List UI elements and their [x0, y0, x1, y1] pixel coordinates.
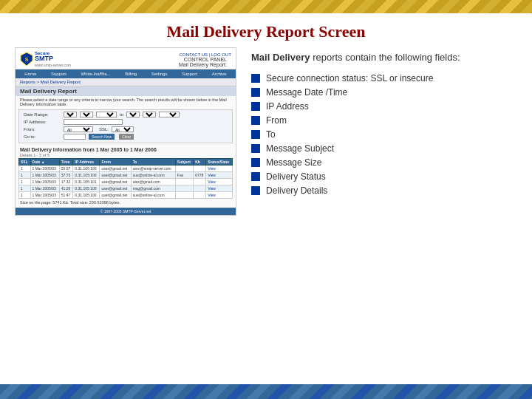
form-row-from-ssl: From: All SSL: All — [24, 126, 228, 132]
cell-time: 37:73 — [59, 172, 72, 179]
col-status: Status/State — [206, 159, 233, 166]
ss-table-subtitle: Details 1 - 5 of 5 — [16, 153, 236, 158]
ip-input[interactable] — [64, 119, 123, 125]
field-to: To — [266, 129, 276, 140]
form-row-date: Date Range: to — [24, 112, 228, 117]
cell-date: 1 Mar 2005/03 — [30, 172, 59, 179]
list-item-delivery-status: Delivery Status — [251, 171, 517, 182]
from-select[interactable]: All — [64, 126, 93, 132]
ss-report-label: Mail Delivery Report: — [179, 62, 231, 67]
cell-ip: 0.31.105:101 — [73, 179, 100, 185]
list-item-subject: Message Subject — [251, 143, 517, 154]
cell-from: user@gmail.net — [100, 192, 131, 199]
from-label: From: — [24, 127, 61, 132]
list-item-ssl: Secure connection status: SSL or insecur… — [251, 73, 517, 83]
col-from: From — [100, 159, 131, 166]
nav-home[interactable]: Home — [22, 71, 38, 77]
bullet-icon — [251, 130, 260, 139]
bullet-icon — [251, 88, 260, 97]
feature-list: Secure connection status: SSL or insecur… — [251, 73, 517, 196]
form-row-goto-buttons: Go to: Search Now Clear — [24, 134, 228, 140]
cell-subject — [175, 166, 193, 172]
nav-settings[interactable]: Settings — [149, 71, 170, 77]
list-item-from: From — [251, 115, 517, 126]
list-item-delivery-details: Delivery Details — [251, 185, 517, 196]
nav-support[interactable]: Support — [49, 71, 69, 77]
logo-smtp: SMTP — [35, 55, 71, 63]
field-ip: IP Address — [266, 101, 309, 112]
cell-date: 1 Mar 2005/03 — [30, 192, 59, 199]
cell-ssl: 1 — [19, 179, 31, 185]
cell-time: 51:47 — [59, 192, 72, 199]
ss-right-header: CONTACT US | LOG OUT CONTROL PANEL Mail … — [179, 51, 231, 67]
form-row-ip: IP Address: — [24, 119, 228, 125]
cell-ssl: 1 — [19, 192, 31, 199]
description-intro-rest: reports contain the following fields: — [313, 52, 460, 63]
ss-logo: S Secure SMTP www.smtp-server.com — [20, 51, 71, 67]
table-row: 1 1 Mar 2005/03 20:57 0.31.105:100 user@… — [19, 166, 233, 172]
search-button[interactable]: Search Now — [89, 134, 115, 140]
shield-icon: S — [20, 52, 33, 66]
cell-time: 20:57 — [59, 166, 72, 172]
ip-label: IP Address: — [24, 120, 61, 124]
cell-subject — [175, 185, 193, 192]
col-time: Time — [59, 159, 72, 166]
left-panel: S Secure SMTP www.smtp-server.com CONTAC… — [15, 47, 236, 216]
right-panel: Mail Delivery reports contain the follow… — [251, 47, 517, 216]
date-to-year-select[interactable] — [159, 112, 180, 117]
ss-panel-label: CONTROL PANEL — [179, 57, 231, 62]
cell-to: sue@online-al.com — [131, 172, 175, 179]
cell-kb — [194, 185, 206, 192]
cell-view[interactable]: View — [206, 166, 233, 172]
cell-ip: 0.31.105:100 — [73, 185, 100, 192]
date-range-label: Date Range: — [24, 112, 61, 117]
table-row: 1 1 Mar 2005/03 37:73 0.31.105:100 user@… — [19, 172, 233, 179]
page-title: Mail Delivery Report Screen — [0, 13, 532, 47]
cell-to: sue@online-al.com — [131, 192, 175, 199]
date-to-separator: to — [120, 112, 123, 117]
nav-whitelist[interactable]: White-list/Bla... — [79, 71, 113, 77]
nav-archive[interactable]: Archive — [210, 71, 229, 77]
goto-label: Go to: — [24, 134, 61, 139]
cell-to: msg@gmail.com — [131, 185, 175, 192]
cell-to: alex@gmail.com — [131, 179, 175, 185]
stripe-footer — [0, 384, 532, 399]
date-from-day-select[interactable] — [64, 112, 77, 117]
ss-nav: Home Support White-list/Bla... Billing S… — [16, 69, 236, 78]
col-subject: Subject — [175, 159, 193, 166]
goto-input[interactable] — [64, 134, 86, 140]
table-row: 1 1 Mar 2005/03 41:26 0.31.105:100 user@… — [19, 185, 233, 192]
logo-text-block: Secure SMTP www.smtp-server.com — [35, 51, 71, 67]
field-size: Message Size — [266, 157, 321, 168]
svg-text:S: S — [25, 57, 29, 62]
list-item-date: Message Date /Time — [251, 87, 517, 98]
table-row: 1 1 Mar 2005/03 51:47 0.31.105:100 user@… — [19, 192, 233, 199]
date-from-month-select[interactable] — [80, 112, 93, 117]
col-date: Date ▲ — [30, 159, 59, 166]
ssl-select[interactable]: All — [112, 126, 134, 132]
col-to: To — [131, 159, 175, 166]
cell-subject: Fax — [175, 172, 193, 179]
cell-view[interactable]: View — [206, 185, 233, 192]
field-delivery-details: Delivery Details — [266, 185, 327, 196]
date-from-year-select[interactable] — [96, 112, 117, 117]
date-to-month-select[interactable] — [143, 112, 156, 117]
cell-view[interactable]: View — [206, 179, 233, 185]
ss-breadcrumb: Reports > Mail Delivery Report — [16, 78, 236, 86]
cell-view[interactable]: View — [206, 192, 233, 199]
ss-search-form: Date Range: to IP Address: From: All — [18, 109, 233, 143]
nav-billing[interactable]: Billing — [123, 71, 139, 77]
bullet-icon — [251, 172, 260, 181]
ss-report-title: Mail Delivery Report — [16, 86, 236, 96]
date-to-day-select[interactable] — [126, 112, 140, 117]
clear-button[interactable]: Clear — [119, 134, 134, 140]
cell-kb: 6778 — [194, 172, 206, 179]
field-from: From — [266, 115, 287, 126]
cell-view[interactable]: View — [206, 172, 233, 179]
nav-support2[interactable]: Support — [180, 71, 200, 77]
ss-logo-header: S Secure SMTP www.smtp-server.com CONTAC… — [16, 48, 236, 69]
col-kb: Kb — [194, 159, 206, 166]
cell-subject — [175, 179, 193, 185]
ss-contact-links[interactable]: CONTACT US | LOG OUT — [179, 51, 231, 57]
cell-date: 1 Mar 2005/03 — [30, 166, 59, 172]
